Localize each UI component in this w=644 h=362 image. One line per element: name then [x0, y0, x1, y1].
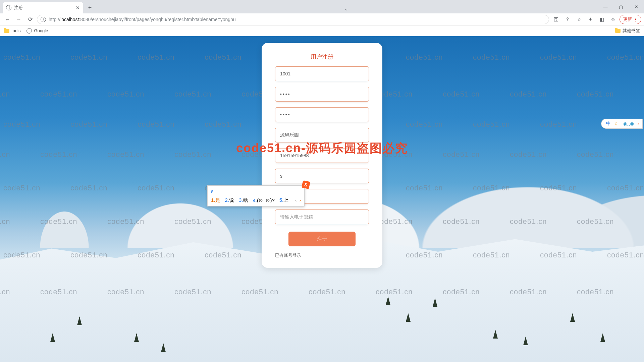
password-key-icon[interactable]: ⚿	[551, 15, 561, 24]
register-card: 用户注册 注册 已有账号登录	[262, 43, 382, 268]
update-label: 更新	[623, 16, 632, 22]
tab-strip: 注册 ✕ + ⌄ ― ▢ ✕	[0, 0, 644, 13]
ime-pager[interactable]: ‹›	[295, 198, 301, 203]
email-input[interactable]	[275, 209, 369, 224]
ime-typed: s	[208, 186, 304, 196]
tab-title: 注册	[14, 5, 23, 11]
confirm-password-input[interactable]	[275, 107, 369, 122]
phone-input[interactable]	[275, 148, 369, 163]
bookmark-google[interactable]: Google	[26, 28, 48, 34]
ime-popup: S s 1.是2.说3.啥4.(⊙_⊙)?5.上‹›	[207, 185, 305, 206]
ime-candidate[interactable]: 5.上	[279, 197, 289, 203]
submit-button[interactable]: 注册	[288, 232, 356, 246]
close-window-button[interactable]: ✕	[629, 0, 644, 13]
address-bar[interactable]: i http://localhost:8080/ershouchejiaoyi/…	[37, 15, 549, 24]
nickname-input[interactable]	[275, 128, 369, 142]
ime-moon-icon[interactable]: ☾	[615, 121, 619, 126]
google-icon	[26, 28, 32, 34]
globe-icon	[6, 5, 11, 10]
ime-face-icon[interactable]: ◉◡◉	[623, 121, 633, 126]
tab-close-icon[interactable]: ✕	[76, 5, 80, 10]
browser-tab[interactable]: 注册 ✕	[3, 2, 83, 13]
page-viewport: code51.cncode51.cncode51.cncode51.cncode…	[0, 36, 644, 362]
ime-expand-icon[interactable]: ›	[637, 121, 639, 127]
ime-candidates: 1.是2.说3.啥4.(⊙_⊙)?5.上‹›	[208, 196, 304, 206]
update-button[interactable]: 更新⋮	[620, 15, 641, 24]
url-scheme: http://	[49, 17, 60, 22]
profile-icon[interactable]: ☺	[608, 15, 618, 24]
ime-candidate[interactable]: 1.是	[211, 197, 220, 203]
share-icon[interactable]: ⇪	[562, 15, 573, 24]
bookmark-tools[interactable]: tools	[4, 28, 20, 33]
folder-icon	[4, 29, 9, 33]
folder-icon	[615, 29, 621, 33]
extensions-icon[interactable]: ✦	[585, 15, 595, 24]
url-host: localhost	[60, 17, 79, 22]
site-info-icon[interactable]: i	[41, 17, 46, 22]
forward-button[interactable]: →	[14, 15, 23, 24]
bookmark-star-icon[interactable]: ☆	[574, 15, 584, 24]
back-button[interactable]: ←	[3, 15, 12, 24]
ime-candidate[interactable]: 4.(⊙_⊙)?	[253, 197, 275, 203]
new-tab-button[interactable]: +	[85, 4, 95, 11]
login-link[interactable]: 已有账号登录	[275, 252, 369, 258]
ime-next-icon: ›	[300, 198, 301, 203]
tab-overflow-icon[interactable]: ⌄	[341, 6, 351, 11]
minimize-button[interactable]: ―	[598, 0, 613, 13]
side-panel-icon[interactable]: ◧	[597, 15, 607, 24]
ime-toolbar[interactable]: 中 ☾ ◉◡◉ ›	[601, 119, 643, 129]
card-title: 用户注册	[275, 53, 369, 61]
bookmarks-bar: tools Google 其他书签	[0, 25, 644, 36]
password-input[interactable]	[275, 87, 369, 102]
ime-prev-icon: ‹	[295, 198, 297, 203]
username-input[interactable]	[275, 66, 369, 81]
window-controls: ― ▢ ✕	[598, 0, 644, 13]
reload-button[interactable]: ⟳	[25, 15, 35, 24]
maximize-button[interactable]: ▢	[613, 0, 629, 13]
ime-candidate[interactable]: 2.说	[225, 197, 234, 203]
url-path: :8080/ershouchejiaoyi/front/pages/yonghu…	[79, 17, 235, 22]
ime-lang-icon[interactable]: 中	[606, 121, 611, 127]
sogou-logo-icon: S	[302, 180, 310, 189]
address-input[interactable]	[275, 169, 369, 183]
bookmark-other[interactable]: 其他书签	[615, 28, 640, 34]
toolbar: ← → ⟳ i http://localhost:8080/ershouchej…	[0, 13, 644, 25]
ime-candidate[interactable]: 3.啥	[239, 197, 248, 203]
